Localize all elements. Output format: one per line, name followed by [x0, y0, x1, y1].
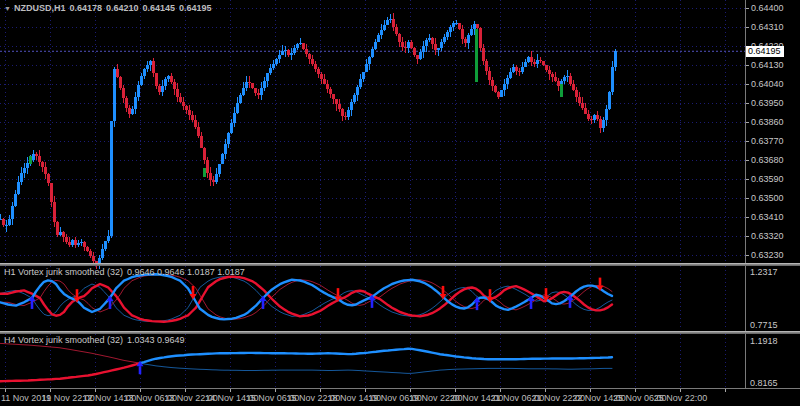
indicator1-max-label: 1.2317 — [750, 267, 778, 277]
price-axis-label: 0.64400 — [751, 3, 784, 13]
vortex-h1-vi-plus-line — [0, 274, 612, 319]
ohlc-open: 0.64178 — [69, 3, 102, 13]
indicator2-label: H4 Vortex jurik smoothed (32)1.0343 0.96… — [4, 335, 189, 345]
indicator1-name: H1 Vortex jurik smoothed (32) — [4, 267, 123, 277]
indicator1-min-label: 0.7715 — [750, 320, 778, 330]
current-price-badge: 0.64195 — [746, 46, 784, 57]
vortex-h4-thin-blue-line — [140, 363, 612, 373]
indicator2-min-label: 0.8165 — [750, 378, 778, 388]
vortex-h1-pane — [0, 274, 612, 321]
symbol-period-label: NZDUSD,H1 — [14, 3, 66, 13]
price-axis-label: 0.63320 — [751, 231, 784, 241]
indicator2-values: 1.0343 0.9649 — [127, 335, 185, 345]
price-axis-label: 0.63230 — [751, 250, 784, 260]
time-axis-border — [0, 388, 800, 389]
price-axis-border — [745, 0, 746, 388]
price-axis-label: 0.63950 — [751, 98, 784, 108]
pane-separator-1[interactable] — [0, 263, 800, 266]
chart-title: ▼NZDUSD,H10.641780.642100.641450.64195 — [4, 3, 216, 13]
vortex-h4-thin-red-line — [0, 343, 140, 363]
vortex-h4-vi-plus-line — [140, 349, 612, 364]
vortex-h4-vi-minus-line — [0, 363, 140, 381]
indicator1-values: 0.9646 0.9646 1.0187 1.0187 — [127, 267, 245, 277]
price-axis-label: 0.63410 — [751, 212, 784, 222]
time-axis-label: 25 Nov 22:00 — [654, 393, 708, 403]
ohlc-low: 0.64145 — [143, 3, 176, 13]
price-axis-label: 0.64040 — [751, 79, 784, 89]
price-axis-label: 0.63590 — [751, 174, 784, 184]
price-axis-label: 0.63680 — [751, 155, 784, 165]
price-axis-label: 0.63860 — [751, 117, 784, 127]
indicator2-max-label: 1.1918 — [750, 336, 778, 346]
price-axis-label: 0.63770 — [751, 136, 784, 146]
price-axis-label: 0.63500 — [751, 193, 784, 203]
mt4-chart-window: ▼NZDUSD,H10.641780.642100.641450.64195 H… — [0, 0, 800, 406]
ohlc-close: 0.64195 — [179, 3, 212, 13]
price-axis-label: 0.64130 — [751, 60, 784, 70]
price-axis-label: 0.64310 — [751, 22, 784, 32]
pane-separator-2[interactable] — [0, 331, 800, 334]
vortex-h4-pane — [0, 343, 612, 381]
ohlc-high: 0.64210 — [106, 3, 139, 13]
indicator2-name: H4 Vortex jurik smoothed (32) — [4, 335, 123, 345]
indicator1-label: H1 Vortex jurik smoothed (32)0.9646 0.96… — [4, 267, 249, 277]
chart-canvas[interactable] — [0, 0, 800, 406]
chart-menu-icon[interactable]: ▼ — [4, 5, 11, 12]
